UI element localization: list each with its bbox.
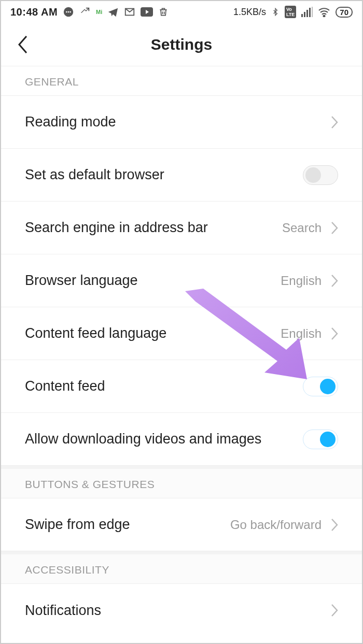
app-header: Settings [1, 23, 362, 66]
toggle-default-browser[interactable] [303, 165, 338, 185]
svg-point-11 [324, 16, 325, 17]
status-bar: 10:48 AM Mi 1.5KB/s VoLTE [1, 1, 362, 23]
svg-rect-7 [304, 12, 305, 17]
svg-point-2 [68, 11, 69, 13]
volte-icon: VoLTE [285, 6, 296, 18]
svg-point-3 [69, 11, 71, 13]
row-swipe-edge[interactable]: Swipe from edge Go back/forward [1, 498, 362, 551]
toggle-allow-download[interactable] [303, 430, 338, 449]
row-reading-mode[interactable]: Reading mode [1, 96, 362, 149]
row-value: Search [282, 221, 322, 235]
row-label: Content feed [25, 378, 105, 394]
bluetooth-icon [271, 6, 280, 18]
chevron-right-icon [331, 327, 338, 340]
row-allow-download[interactable]: Allow downloading videos and images [1, 413, 362, 466]
back-button[interactable] [12, 34, 33, 55]
row-value: English [281, 274, 322, 288]
battery-icon: 70 [336, 7, 353, 18]
row-notifications[interactable]: Notifications [1, 584, 362, 637]
chevron-right-icon [331, 518, 338, 532]
chat-icon [63, 6, 74, 18]
row-label: Search engine in address bar [25, 220, 208, 236]
row-content-feed-language[interactable]: Content feed language English [1, 307, 362, 360]
row-label: Notifications [25, 603, 101, 619]
row-browser-language[interactable]: Browser language English [1, 254, 362, 307]
status-right: 1.5KB/s VoLTE 70 [233, 6, 353, 18]
missed-call-icon [79, 6, 91, 18]
row-label: Swipe from edge [25, 517, 130, 533]
svg-rect-9 [309, 8, 311, 17]
youtube-icon [141, 7, 153, 17]
svg-point-1 [66, 11, 67, 13]
section-header-general: GENERAL [1, 66, 362, 96]
row-search-engine[interactable]: Search engine in address bar Search [1, 202, 362, 254]
toggle-content-feed[interactable] [303, 377, 338, 396]
mi-credit-icon: Mi [96, 9, 102, 15]
status-left: 10:48 AM Mi [10, 6, 169, 18]
chevron-right-icon [331, 116, 338, 129]
svg-rect-10 [312, 7, 313, 17]
row-value: Go back/forward [230, 518, 322, 532]
section-header-gestures: BUTTONS & GESTURES [1, 466, 362, 498]
status-time: 10:48 AM [10, 6, 58, 18]
row-label: Set as default browser [25, 167, 164, 183]
chevron-right-icon [331, 604, 338, 617]
gmail-icon [124, 6, 135, 18]
wifi-icon [318, 7, 330, 17]
svg-rect-6 [301, 14, 303, 17]
row-default-browser[interactable]: Set as default browser [1, 149, 362, 202]
page-title: Settings [1, 36, 362, 53]
chevron-right-icon [331, 221, 338, 235]
row-value: English [281, 326, 322, 341]
row-content-feed[interactable]: Content feed [1, 360, 362, 413]
row-label: Content feed language [25, 325, 166, 341]
telegram-icon [107, 6, 119, 18]
data-rate: 1.5KB/s [233, 7, 266, 18]
row-label: Allow downloading videos and images [25, 431, 261, 447]
chevron-right-icon [331, 274, 338, 288]
section-header-accessibility: ACCESSIBILITY [1, 551, 362, 584]
row-label: Browser language [25, 273, 138, 289]
row-label: Reading mode [25, 114, 116, 130]
svg-rect-8 [306, 10, 308, 17]
signal-icon [301, 7, 313, 17]
trash-icon [158, 6, 169, 18]
